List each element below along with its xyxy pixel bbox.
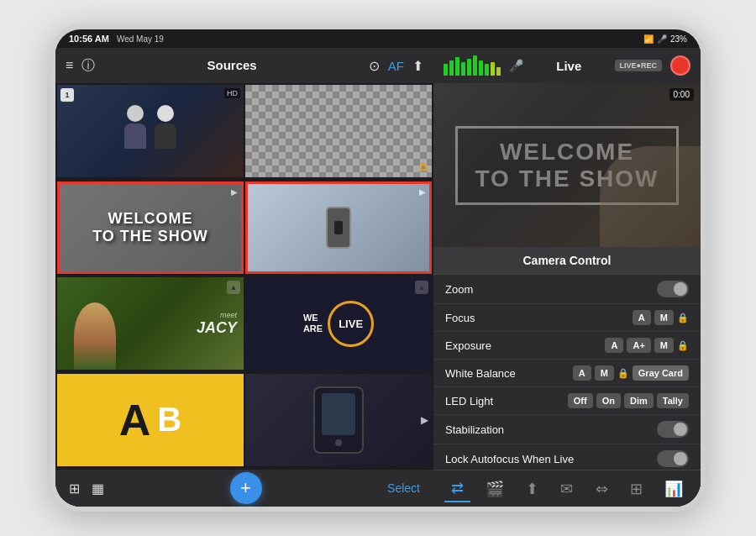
exposure-lock-icon[interactable]: 🔒 (677, 340, 689, 351)
led-buttons: Off On Dim Tally (568, 393, 689, 408)
add-icon[interactable]: + (230, 472, 262, 504)
live-title: Live (532, 59, 606, 73)
focus-label: Focus (445, 312, 627, 324)
audio-meters (444, 55, 501, 76)
top-toolbar: ≡ ⓘ Sources ⊙ AF ⬆ (55, 48, 433, 83)
exposure-aplus-btn[interactable]: A+ (627, 338, 650, 353)
menu-icon[interactable]: ≡ (66, 58, 73, 73)
stabilization-label: Stabilization (445, 423, 652, 436)
nav-upload-icon[interactable]: ⬆ (519, 476, 545, 502)
right-bottom-nav: ⇄ 🎬 ⬆ ✉ ⇔ ⊞ 📊 (433, 470, 701, 507)
source-number-badge: 1 (60, 88, 74, 102)
camera-control-panel: Camera Control Zoom Focus A M 🔒 (433, 247, 701, 470)
focus-lock-icon[interactable]: 🔒 (677, 313, 689, 323)
we-are-text: WEARE (303, 313, 323, 334)
exposure-label: Exposure (445, 339, 600, 352)
white-balance-label: White Balance (445, 367, 568, 380)
wb-lock-icon[interactable]: 🔒 (617, 368, 629, 379)
exposure-manual-btn[interactable]: M (654, 338, 674, 353)
add-source-button[interactable]: + (230, 472, 262, 504)
exposure-buttons: A A+ M 🔒 (605, 338, 689, 353)
stabilization-row: Stabilization (433, 415, 701, 444)
bottom-toolbar: ⊞ ▦ + Select (55, 470, 433, 507)
source-phone-camera[interactable]: ▶ (245, 181, 432, 274)
lock-autofocus-label: Lock Autofocus When Live (445, 453, 652, 465)
source-format-badge: HD (224, 88, 240, 98)
mic-icon-toolbar[interactable]: 🎤 (509, 59, 523, 72)
battery-indicator: 23% (670, 34, 687, 44)
nav-adjust-icon[interactable]: ⇄ (444, 476, 470, 502)
camera-control-header: Camera Control (433, 247, 701, 275)
source-welcome-title[interactable]: WELCOME TO THE SHOW ▶ (57, 181, 244, 274)
right-top-toolbar: 🎤 Live LIVE●REC (433, 48, 701, 83)
led-dim-btn[interactable]: Dim (624, 393, 654, 408)
nav-camera-icon[interactable]: 🎬 (479, 476, 511, 502)
grid-view-icon[interactable]: ⊞ (69, 481, 80, 497)
led-light-label: LED Light (445, 395, 563, 407)
wb-auto-btn[interactable]: A (573, 365, 591, 381)
focus-buttons: A M 🔒 (633, 310, 689, 325)
source-jacy[interactable]: meet JACY ▲ (57, 277, 244, 370)
live-preview: WELCOME TO THE SHOW 0:00 (433, 83, 701, 247)
person-silhouette (124, 105, 146, 149)
toolbar-left: ≡ ⓘ (66, 57, 95, 75)
right-panel: 🎤 Live LIVE●REC WELCOME TO THE SHOW (433, 48, 701, 507)
timer-badge: 0:00 (669, 88, 694, 101)
toolbar-center: Sources (105, 58, 358, 73)
record-button[interactable] (670, 55, 690, 76)
source-camera[interactable]: 1 HD (57, 85, 244, 177)
info-icon[interactable]: ⓘ (81, 57, 95, 75)
layout-view-icon[interactable]: ▦ (92, 481, 104, 497)
zoom-row: Zoom (433, 275, 701, 304)
share-icon[interactable]: ⬆ (412, 58, 423, 74)
wb-manual-btn[interactable]: M (595, 365, 614, 381)
wifi-icon: 📶 (643, 34, 654, 44)
source-we-are-live[interactable]: WEARE LIVE ▲ (245, 277, 432, 370)
led-light-row: LED Light Off On Dim Tally (433, 387, 701, 415)
welcome-line1: WELCOME (108, 210, 193, 228)
source-ab[interactable]: A B (57, 374, 244, 466)
source-empty[interactable]: ✿ (245, 85, 432, 177)
jacy-name: JACY (197, 319, 237, 337)
sources-title: Sources (207, 58, 256, 72)
zoom-label: Zoom (445, 283, 652, 296)
lock-autofocus-toggle[interactable] (657, 450, 689, 467)
source-corner-indicator2: ▶ (419, 187, 426, 197)
exposure-row: Exposure A A+ M 🔒 (433, 332, 701, 360)
focus-auto-btn[interactable]: A (633, 310, 651, 325)
letter-a: A (119, 395, 151, 445)
left-panel: ≡ ⓘ Sources ⊙ AF ⬆ (55, 48, 433, 507)
mic-icon: 🎤 (657, 34, 667, 44)
status-indicators: 📶 🎤 23% (643, 34, 687, 44)
nav-message-icon[interactable]: ✉ (554, 476, 580, 502)
nav-grid-icon[interactable]: ⊞ (623, 476, 649, 502)
live-circle-text: LIVE (339, 318, 363, 330)
exposure-auto-btn[interactable]: A (605, 338, 623, 353)
nav-switch-icon[interactable]: ⇔ (589, 476, 615, 502)
led-off-btn[interactable]: Off (568, 393, 593, 408)
live-circle: LIVE (328, 301, 374, 347)
wb-gray-card-btn[interactable]: Gray Card (633, 365, 689, 381)
source-settings-icon: ✿ (418, 160, 428, 174)
status-time-date: 10:56 AM Wed May 19 (69, 34, 164, 44)
focus-manual-btn[interactable]: M (654, 310, 674, 325)
status-time: 10:56 AM (69, 34, 109, 44)
letter-b: B (157, 401, 181, 439)
led-on-btn[interactable]: On (596, 393, 621, 408)
sources-grid: 1 HD ✿ WELCOME TO THE SHOW (55, 83, 433, 470)
welcome-line2: TO THE SHOW (92, 228, 208, 245)
source-phone-product[interactable]: ▶ (245, 374, 432, 466)
nav-stats-icon[interactable]: 📊 (658, 476, 690, 502)
stabilization-toggle[interactable] (657, 421, 689, 438)
source-up-icon2: ▲ (415, 281, 428, 294)
led-tally-btn[interactable]: Tally (657, 393, 689, 408)
camera-icon[interactable]: ⊙ (369, 58, 380, 74)
source-up-icon: ▲ (227, 281, 240, 294)
af-button[interactable]: AF (388, 59, 404, 73)
live-rec-badge: LIVE●REC (615, 60, 662, 71)
app-content: ≡ ⓘ Sources ⊙ AF ⬆ (55, 48, 701, 507)
select-button[interactable]: Select (387, 481, 420, 495)
person-silhouette (155, 105, 176, 149)
zoom-toggle[interactable] (657, 281, 689, 297)
source-corner-indicator: ▶ (231, 187, 238, 197)
